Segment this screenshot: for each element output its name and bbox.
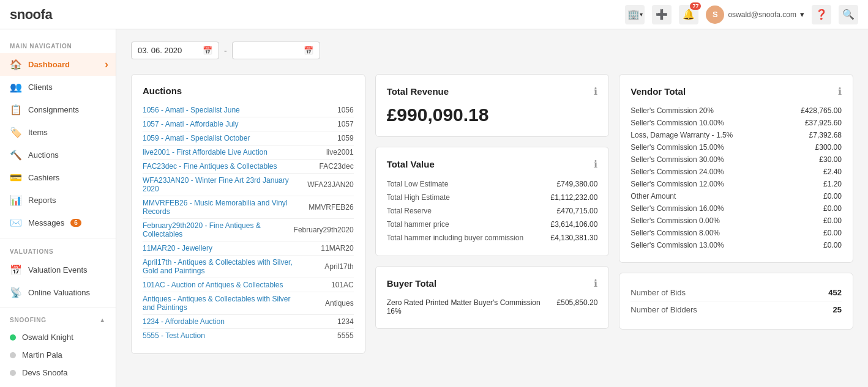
auction-link[interactable]: MMVRFEB26 - Music Memorabilia and Vinyl … <box>143 199 305 216</box>
vendor-amount: £0.00 <box>823 216 842 225</box>
auction-code: MMVRFEB26 <box>305 203 354 212</box>
auction-link[interactable]: February29th2020 - Fine Antiques & Colle… <box>143 221 294 238</box>
vendor-row: Seller's Commission 15.00%£300.00 <box>630 141 842 153</box>
auction-list-item: WFA23JAN20 - Winter Fine Art 23rd Januar… <box>143 174 354 196</box>
sidebar-item-clients[interactable]: 👥 Clients <box>0 76 116 98</box>
auction-link[interactable]: 11MAR20 - Jewellery <box>143 244 305 252</box>
sidebar-item-consignments[interactable]: 📋 Consignments <box>0 98 116 121</box>
dashboard-grid: Auctions 1056 - Amati - Specialist June … <box>131 74 853 354</box>
vendor-row: Seller's Commission 20%£428,765.00 <box>630 105 842 117</box>
snoofing-item-martin[interactable]: Martin Pala <box>0 346 116 364</box>
end-date-wrapper[interactable]: 📅 <box>232 42 320 59</box>
vendor-row: Seller's Commission 12.00%£1.20 <box>630 178 842 190</box>
vendor-label: Seller's Commission 20% <box>630 106 714 115</box>
auction-link[interactable]: April17th - Antiques & Collectables with… <box>143 258 305 275</box>
auction-code: 1059 <box>305 134 354 142</box>
vendor-amount: £0.00 <box>823 192 842 201</box>
user-email: oswald@snoofa.com <box>728 10 796 19</box>
snoofing-item-oswald[interactable]: Oswald Knight <box>0 328 116 346</box>
value-label: Total High Estimate <box>387 193 450 202</box>
vendor-row: Seller's Commission 8.00%£0.00 <box>630 227 842 239</box>
auction-link[interactable]: 1059 - Amati - Specialist October <box>143 134 305 142</box>
value-row: Total hammer price£3,614,106.00 <box>387 218 598 231</box>
auction-list-item: 1234 - Affordable Auction 1234 <box>143 315 354 329</box>
vendor-total-rows: Seller's Commission 20%£428,765.00Seller… <box>630 105 842 251</box>
auction-link[interactable]: 1056 - Amati - Specialist June <box>143 106 305 114</box>
bell-icon[interactable]: 🔔 77 <box>679 5 698 24</box>
sidebar-item-valuation-events[interactable]: 📅 Valuation Events <box>0 259 116 281</box>
stat-label: Number of Bids <box>630 288 686 297</box>
auction-link[interactable]: 1057 - Amati - Affordable July <box>143 120 305 128</box>
snoofing-item-devs[interactable]: Devs Snoofa <box>0 364 116 381</box>
sidebar-item-online-valuations[interactable]: 📡 Online Valuations <box>0 281 116 304</box>
clients-icon: 👥 <box>10 81 22 93</box>
sidebar-item-label-dashboard: Dashboard <box>28 60 70 69</box>
end-calendar-icon[interactable]: 📅 <box>304 46 313 55</box>
total-value-info-icon[interactable]: ℹ <box>594 158 597 170</box>
building-icon[interactable]: 🏢 ▾ <box>625 5 645 24</box>
auction-code: February29th2020 <box>294 226 354 234</box>
value-label: Total Reserve <box>387 207 432 215</box>
end-date-input[interactable] <box>239 46 300 55</box>
valuation-events-icon: 📅 <box>10 264 22 276</box>
auction-link[interactable]: FAC23dec - Fine Antiques & Collectables <box>143 162 305 171</box>
auction-list-item: 101AC - Auction of Antiques & Collectabl… <box>143 278 354 292</box>
search-icon[interactable]: 🔍 <box>839 5 858 24</box>
total-value-rows: Total Low Estimate£749,380.00Total High … <box>387 177 598 245</box>
sidebar-item-items[interactable]: 🏷️ Items <box>0 121 116 144</box>
auction-link[interactable]: Antiques - Antiques & Collectables with … <box>143 295 305 312</box>
vendor-label: Seller's Commission 12.00% <box>630 180 724 188</box>
vendor-row: Seller's Commission 24.00%£2.40 <box>630 166 842 178</box>
vendor-total-info-icon[interactable]: ℹ <box>838 86 842 97</box>
auction-list: 1056 - Amati - Specialist June 1056 1057… <box>143 103 354 342</box>
auction-link[interactable]: WFA23JAN20 - Winter Fine Art 23rd Januar… <box>143 176 305 193</box>
total-value-card: Total Value ℹ Total Low Estimate£749,380… <box>375 147 610 256</box>
auction-code: 101AC <box>305 281 354 289</box>
plus-icon[interactable]: ➕ <box>652 5 672 24</box>
auction-link[interactable]: live2001 - First Affordable Live Auction <box>143 148 305 157</box>
buyer-amount: £505,850.20 <box>557 298 598 315</box>
sidebar-item-dashboard[interactable]: 🏠 Dashboard <box>0 53 116 76</box>
vendor-row: Other Amount£0.00 <box>630 190 842 202</box>
start-date-wrapper[interactable]: 📅 <box>131 42 219 59</box>
buyer-total-info-icon[interactable]: ℹ <box>594 278 597 289</box>
sidebar-item-messages[interactable]: ✉️ Messages 6 <box>0 212 116 234</box>
user-menu[interactable]: S oswald@snoofa.com ▾ <box>706 6 804 24</box>
sidebar-item-label-items: Items <box>28 128 48 137</box>
online-dot-martin <box>10 352 16 358</box>
value-row: Total High Estimate£1,112,232.00 <box>387 191 598 204</box>
auction-list-item: Antiques - Antiques & Collectables with … <box>143 292 354 315</box>
vendor-row: Seller's Commission 0.00%£0.00 <box>630 215 842 227</box>
snoofing-collapse-icon[interactable]: ▲ <box>99 317 106 323</box>
snoofing-name-devs: Devs Snoofa <box>22 368 67 377</box>
vendor-row: Seller's Commission 16.00%£0.00 <box>630 202 842 215</box>
vendor-amount: £1.20 <box>823 180 842 188</box>
vendor-row: Seller's Commission 13.00%£0.00 <box>630 239 842 251</box>
vendor-label: Seller's Commission 0.00% <box>630 216 720 225</box>
auction-code: 1234 <box>305 317 354 326</box>
start-date-input[interactable] <box>138 46 199 55</box>
auction-code: 11MAR20 <box>305 244 354 252</box>
auction-link[interactable]: 5555 - Test Auction <box>143 331 305 340</box>
auctions-card: Auctions 1056 - Amati - Specialist June … <box>131 74 365 354</box>
buyer-total-title: Buyer Total <box>387 278 436 289</box>
auction-code: 5555 <box>305 331 354 340</box>
vendor-row: Loss, Damage Warranty - 1.5%£7,392.68 <box>630 129 842 141</box>
sidebar-item-cashiers[interactable]: 💳 Cashiers <box>0 166 116 189</box>
total-revenue-info-icon[interactable]: ℹ <box>594 86 597 97</box>
main-content: 📅 - 📅 Auctions 1056 - Amati - Specialist… <box>116 29 868 387</box>
start-calendar-icon[interactable]: 📅 <box>203 46 212 55</box>
auction-link[interactable]: 101AC - Auction of Antiques & Collectabl… <box>143 281 305 289</box>
auctions-card-header: Auctions <box>143 86 354 96</box>
auction-code: WFA23JAN20 <box>305 180 354 189</box>
snoofing-item-david[interactable]: David Findlay <box>0 381 116 387</box>
stat-row: Number of Bids452 <box>630 284 842 301</box>
sidebar-item-auctions[interactable]: 🔨 Auctions <box>0 144 116 166</box>
sidebar-item-reports[interactable]: 📊 Reports <box>0 189 116 212</box>
value-label: Total Low Estimate <box>387 180 449 188</box>
value-amount: £1,112,232.00 <box>551 193 598 202</box>
vendor-label: Seller's Commission 16.00% <box>630 204 724 213</box>
stats-rows: Number of Bids452Number of Bidders25 <box>630 284 842 318</box>
help-icon[interactable]: ❓ <box>812 5 831 24</box>
auction-link[interactable]: 1234 - Affordable Auction <box>143 317 305 326</box>
